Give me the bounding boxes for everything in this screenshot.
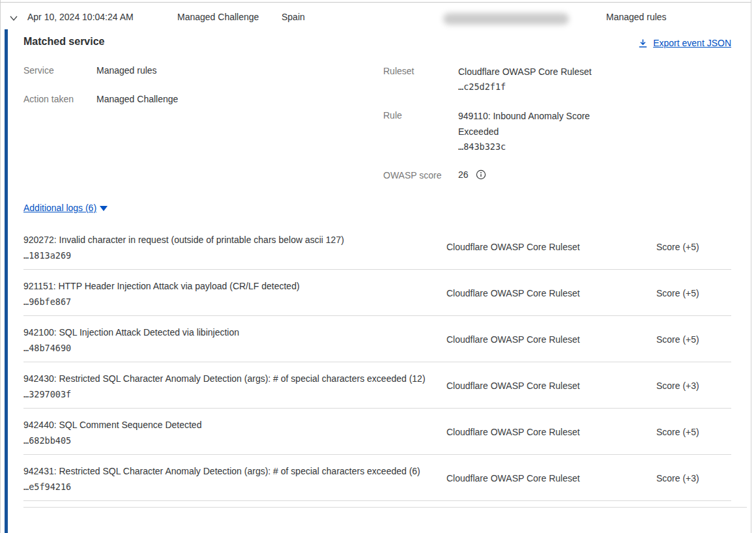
log-rule-description: 920272: Invalid character in request (ou… [23, 232, 446, 261]
ruleset-label: Ruleset [383, 66, 414, 76]
event-service: Managed rules [606, 12, 667, 22]
ruleset-id-hash: …c25d2f1f [458, 81, 506, 92]
log-row: 942431: Restricted SQL Character Anomaly… [23, 455, 731, 501]
log-rule-hash: …1813a269 [23, 250, 437, 261]
log-score: Score (+5) [656, 334, 731, 345]
rule-label: Rule [383, 110, 402, 121]
additional-logs-toggle[interactable]: Additional logs (6) [23, 203, 108, 213]
log-row: 921151: HTTP Header Injection Attack via… [23, 270, 731, 316]
log-rule-description: 942431: Restricted SQL Character Anomaly… [23, 463, 446, 493]
log-score: Score (+5) [656, 242, 731, 252]
service-label: Service [23, 65, 54, 76]
event-timestamp: Apr 10, 2024 10:04:24 AM [27, 12, 134, 22]
ruleset-value: Cloudflare OWASP Core Ruleset [458, 64, 615, 79]
firewall-event-detail-view: Apr 10, 2024 10:04:24 AM Managed Challen… [0, 0, 756, 533]
window-border-left [0, 0, 1, 533]
additional-logs-table: 920272: Invalid character in request (ou… [23, 223, 731, 501]
section-title: Matched service [23, 36, 105, 48]
download-icon [638, 38, 648, 48]
owasp-score-value: 26 [458, 169, 469, 180]
log-rule-description: 942440: SQL Comment Sequence Detected …6… [23, 417, 446, 446]
log-ruleset-name: Cloudflare OWASP Core Ruleset [446, 288, 656, 298]
next-row-border [23, 507, 747, 508]
export-label: Export event JSON [653, 38, 731, 48]
event-country: Spain [282, 12, 305, 22]
redacted-hostname [443, 13, 569, 25]
owasp-score-label: OWASP score [383, 170, 441, 180]
info-icon[interactable] [476, 169, 486, 180]
log-ruleset-name: Cloudflare OWASP Core Ruleset [446, 334, 656, 345]
log-rule-hash: …e5f94216 [23, 481, 437, 493]
log-score: Score (+5) [656, 288, 731, 298]
rule-id-hash: …843b323c [458, 141, 506, 152]
log-rule-hash: …682bb405 [23, 435, 437, 446]
log-rule-hash: …48b74690 [23, 342, 437, 354]
chevron-down-icon[interactable] [9, 14, 18, 23]
log-ruleset-name: Cloudflare OWASP Core Ruleset [446, 242, 656, 252]
service-value: Managed rules [96, 65, 157, 76]
log-rule-description: 921151: HTTP Header Injection Attack via… [23, 278, 446, 308]
log-rule-description: 942430: Restricted SQL Character Anomaly… [23, 371, 446, 400]
log-ruleset-name: Cloudflare OWASP Core Ruleset [446, 427, 656, 437]
log-row: 942100: SQL Injection Attack Detected vi… [23, 316, 731, 362]
action-taken-label: Action taken [23, 94, 74, 104]
rule-value: 949110: Inbound Anomaly Score Exceeded [458, 108, 615, 139]
log-row: 942430: Restricted SQL Character Anomaly… [23, 362, 731, 409]
caret-down-icon [100, 206, 108, 211]
additional-logs-label: Additional logs (6) [23, 203, 96, 213]
window-border-right [751, 0, 751, 533]
log-row: 942440: SQL Comment Sequence Detected …6… [23, 409, 731, 455]
log-row: 920272: Invalid character in request (ou… [23, 223, 731, 270]
expanded-row-accent-bar [5, 29, 8, 533]
event-summary-row[interactable]: Apr 10, 2024 10:04:24 AM Managed Challen… [0, 3, 751, 29]
log-rule-hash: …3297003f [23, 388, 437, 400]
matched-service-section: Matched service Export event JSON Servic… [23, 29, 731, 223]
log-score: Score (+3) [656, 381, 731, 391]
log-ruleset-name: Cloudflare OWASP Core Ruleset [446, 473, 656, 483]
export-event-json-link[interactable]: Export event JSON [638, 38, 731, 48]
event-detail-panel: Matched service Export event JSON Servic… [23, 29, 731, 508]
log-rule-hash: …96bfe867 [23, 296, 437, 308]
action-taken-value: Managed Challenge [96, 94, 178, 104]
event-action: Managed Challenge [177, 12, 259, 22]
log-score: Score (+3) [656, 473, 731, 483]
log-rule-description: 942100: SQL Injection Attack Detected vi… [23, 324, 446, 354]
log-ruleset-name: Cloudflare OWASP Core Ruleset [446, 381, 656, 391]
log-score: Score (+5) [656, 427, 731, 437]
